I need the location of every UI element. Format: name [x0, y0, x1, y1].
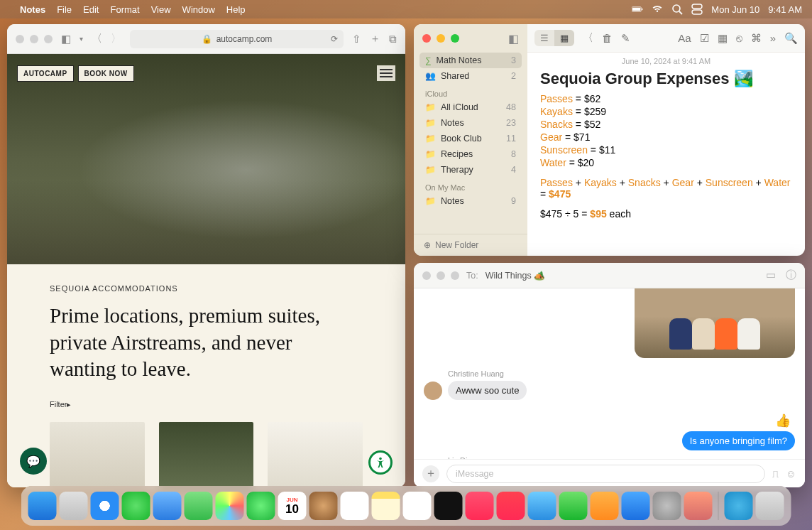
back-icon[interactable]: 〈: [92, 32, 102, 45]
folder-icon: 📁: [425, 134, 436, 144]
dock-appstore[interactable]: [622, 492, 650, 520]
checklist-icon[interactable]: ☑: [700, 32, 709, 45]
spotlight-icon[interactable]: [671, 4, 683, 16]
dock-music[interactable]: [466, 492, 494, 520]
forward-icon[interactable]: 〉: [111, 32, 121, 45]
sidebar-item[interactable]: 📁Notes9: [419, 193, 522, 209]
app-menu[interactable]: Notes: [20, 4, 45, 15]
dock-photos[interactable]: [216, 492, 244, 520]
filter-control[interactable]: Filter▸: [50, 400, 363, 409]
emoji-icon[interactable]: ☺: [786, 467, 796, 480]
dock-trash[interactable]: [756, 492, 784, 520]
brand-logo[interactable]: AUTOCAMP: [17, 65, 74, 82]
dock-finder[interactable]: [28, 492, 57, 520]
audio-message-icon[interactable]: ⎍: [772, 467, 779, 480]
listing-thumbnail[interactable]: [50, 422, 145, 487]
message-thread[interactable]: Christine Huang Awww soo cute 👍 Is anyon…: [414, 288, 805, 459]
new-tab-icon[interactable]: ＋: [370, 32, 380, 45]
menu-edit[interactable]: Edit: [83, 4, 99, 15]
share-icon[interactable]: ⇧: [352, 33, 361, 45]
compose-bar: ＋ iMessage ⎍ ☺: [414, 459, 805, 487]
menu-file[interactable]: File: [57, 4, 72, 15]
window-controls[interactable]: [422, 271, 459, 280]
battery-icon[interactable]: [632, 4, 643, 16]
tabs-overview-icon[interactable]: ⧉: [389, 33, 397, 45]
sidebar-item[interactable]: 📁Notes23: [419, 115, 522, 131]
more-icon[interactable]: »: [770, 32, 776, 44]
listing-thumbnail[interactable]: [159, 422, 254, 487]
sidebar-toggle-icon[interactable]: ◧: [508, 32, 519, 45]
dock-iphone-mirror[interactable]: [684, 492, 713, 520]
sidebar-toggle-icon[interactable]: ◧: [61, 33, 71, 45]
shared-photo[interactable]: [635, 288, 795, 358]
sidebar-item[interactable]: ∑Math Notes3: [419, 53, 522, 68]
menu-help[interactable]: Help: [226, 4, 246, 15]
back-icon[interactable]: 〈: [583, 31, 593, 45]
dock-news[interactable]: [497, 492, 525, 520]
accessibility-fab[interactable]: [368, 450, 393, 475]
chat-fab[interactable]: 💬: [20, 448, 47, 475]
dock-messages[interactable]: [122, 492, 150, 520]
delete-icon[interactable]: 🗑: [602, 32, 613, 44]
dock-downloads[interactable]: [725, 492, 753, 520]
sidebar-section-header[interactable]: On My Mac: [419, 178, 522, 193]
sidebar-item[interactable]: 👥Shared2: [419, 68, 522, 84]
view-toggle[interactable]: ☰▦: [534, 30, 574, 46]
hamburger-menu[interactable]: [377, 65, 395, 81]
sidebar-item[interactable]: 📁Recipes8: [419, 146, 522, 162]
dock-passwords[interactable]: [528, 492, 556, 520]
dock-launchpad[interactable]: [60, 492, 88, 520]
sidebar-section-header[interactable]: iCloud: [419, 84, 522, 99]
link-icon[interactable]: ⌘: [751, 32, 762, 45]
new-folder-button[interactable]: ⊕ New Folder: [414, 234, 527, 256]
apps-button[interactable]: ＋: [422, 465, 439, 482]
media-icon[interactable]: ⎋: [736, 32, 742, 44]
dock-calendar[interactable]: JUN10: [278, 492, 307, 520]
message-input[interactable]: iMessage: [446, 465, 765, 483]
dock-contacts[interactable]: [309, 492, 338, 520]
dock-safari[interactable]: [91, 492, 119, 520]
listing-thumbnail[interactable]: [268, 422, 363, 487]
menubar-time[interactable]: 9:41 AM: [768, 4, 802, 15]
sidebar-item[interactable]: 📁All iCloud48: [419, 99, 522, 115]
avatar[interactable]: [424, 382, 442, 400]
dock-reminders[interactable]: [341, 492, 369, 520]
wifi-icon[interactable]: [652, 4, 663, 16]
book-now-button[interactable]: BOOK NOW: [78, 65, 134, 82]
search-icon[interactable]: 🔍: [784, 32, 798, 45]
svg-rect-5: [692, 4, 702, 9]
dock-freeform[interactable]: [403, 492, 432, 520]
chevron-down-icon[interactable]: ▾: [79, 35, 83, 43]
sidebar-item[interactable]: 📁Therapy4: [419, 162, 522, 178]
to-value[interactable]: Wild Things 🏕️: [485, 270, 546, 281]
reload-icon[interactable]: ⟳: [331, 34, 338, 44]
message-bubble-out[interactable]: Is anyone bringing film?: [682, 431, 795, 450]
dock-tv[interactable]: [434, 492, 463, 520]
dock-settings[interactable]: [653, 492, 681, 520]
dock-facetime[interactable]: [247, 492, 275, 520]
window-controls[interactable]: [422, 34, 459, 43]
folder-icon: 📁: [425, 165, 436, 175]
note-body[interactable]: Sequoia Group Expenses 🏞️ Passes = $62Ka…: [527, 65, 805, 225]
table-icon[interactable]: ▦: [718, 32, 728, 45]
address-bar[interactable]: 🔒 autocamp.com ⟳: [130, 30, 344, 48]
compose-icon[interactable]: ✎: [621, 32, 630, 45]
video-call-icon[interactable]: ▭: [766, 269, 776, 282]
menu-view[interactable]: View: [151, 4, 171, 15]
control-center-icon[interactable]: [691, 4, 703, 16]
window-controls[interactable]: [16, 35, 53, 43]
info-icon[interactable]: ⓘ: [786, 269, 796, 282]
dock-numbers[interactable]: [559, 492, 588, 520]
dock-mail[interactable]: [153, 492, 182, 520]
tapback-reaction[interactable]: 👍: [775, 413, 791, 428]
dock-pages[interactable]: [591, 492, 619, 520]
expense-line: Snacks = $52: [540, 118, 792, 131]
menu-format[interactable]: Format: [110, 4, 139, 15]
menubar-date[interactable]: Mon Jun 10: [711, 4, 759, 15]
dock-maps[interactable]: [185, 492, 213, 520]
sidebar-item[interactable]: 📁Book Club11: [419, 131, 522, 146]
message-bubble-in[interactable]: Awww soo cute: [448, 381, 527, 400]
dock-notes[interactable]: [372, 492, 400, 520]
menu-window[interactable]: Window: [182, 4, 215, 15]
format-icon[interactable]: Aa: [678, 32, 691, 44]
